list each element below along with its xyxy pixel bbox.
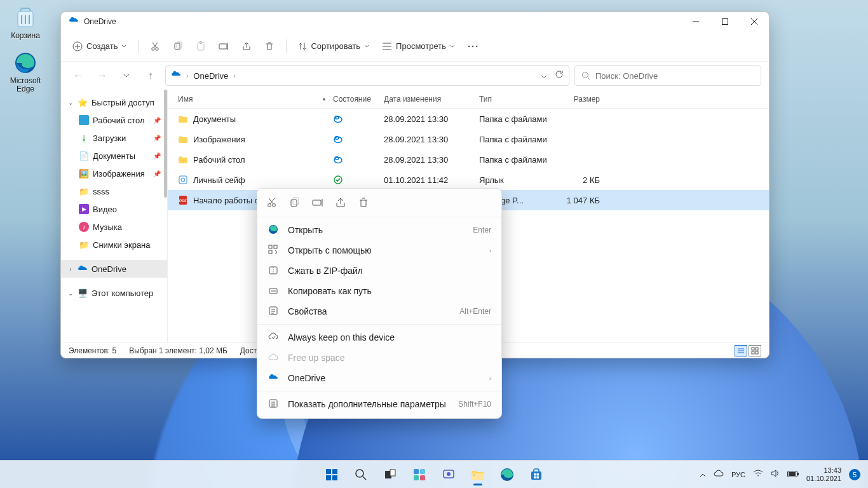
edge-shortcut[interactable]: Microsoft Edge bbox=[5, 51, 46, 93]
copy-button[interactable] bbox=[168, 36, 188, 57]
pin-icon: 📌 bbox=[153, 117, 161, 124]
sidebar-quick-access[interactable]: ⌄⭐Быстрый доступ bbox=[61, 93, 167, 111]
titlebar[interactable]: OneDrive bbox=[61, 12, 769, 31]
pin-icon: 📌 bbox=[153, 135, 161, 142]
refresh-button[interactable] bbox=[555, 70, 564, 81]
zip-icon bbox=[268, 266, 279, 276]
chevron-down-icon[interactable] bbox=[541, 70, 547, 81]
ctx-keep-device[interactable]: Always keep on this device bbox=[257, 327, 501, 348]
minimize-button[interactable] bbox=[681, 12, 710, 31]
edge-label2: Edge bbox=[5, 85, 46, 93]
sidebar-item-video[interactable]: ▶Видео bbox=[61, 200, 167, 218]
status-count: Элементов: 5 bbox=[69, 346, 116, 355]
chevron-right-icon: › bbox=[233, 72, 235, 79]
chevron-right-icon: › bbox=[489, 375, 491, 382]
share-button[interactable] bbox=[236, 36, 257, 57]
new-button[interactable]: Создать bbox=[67, 36, 132, 57]
ctx-onedrive[interactable]: OneDrive› bbox=[257, 368, 501, 388]
ctx-open[interactable]: ОткрытьEnter bbox=[257, 220, 501, 240]
close-button[interactable] bbox=[740, 12, 769, 31]
file-row[interactable]: Личный сейф 01.10.2021 11:42 Ярлык 2 КБ bbox=[168, 170, 769, 190]
svg-point-48 bbox=[356, 470, 363, 477]
sidebar-item-documents[interactable]: 📄Документы📌 bbox=[61, 147, 167, 165]
address-bar[interactable]: › OneDrive › bbox=[165, 65, 569, 86]
ctx-show-more[interactable]: Показать дополнительные параметрыShift+F… bbox=[257, 394, 501, 414]
sidebar-item-desktop[interactable]: Рабочий стол📌 bbox=[61, 111, 167, 129]
delete-button[interactable] bbox=[259, 36, 280, 57]
widgets-button[interactable] bbox=[407, 463, 431, 487]
svg-point-56 bbox=[447, 472, 451, 476]
ctx-copy-path[interactable]: Копировать как путь bbox=[257, 281, 501, 301]
cut-icon[interactable] bbox=[266, 197, 278, 210]
search-box[interactable] bbox=[574, 65, 761, 86]
file-row[interactable]: Рабочий стол 28.09.2021 13:30 Папка с фа… bbox=[168, 149, 769, 170]
task-view-button[interactable] bbox=[378, 463, 402, 487]
language-indicator[interactable]: РУС bbox=[731, 471, 745, 478]
sort-label: Сортировать bbox=[311, 41, 360, 51]
file-row[interactable]: Документы 28.09.2021 13:30 Папка с файла… bbox=[168, 109, 769, 129]
sidebar-this-pc[interactable]: ⌄🖥️Этот компьютер bbox=[61, 284, 167, 302]
share-icon[interactable] bbox=[335, 197, 346, 210]
cloud-icon bbox=[268, 353, 279, 363]
file-name: Личный сейф bbox=[193, 175, 245, 185]
chevron-right-icon: › bbox=[186, 72, 188, 79]
paste-button[interactable] bbox=[191, 36, 211, 57]
onedrive-tray-icon[interactable] bbox=[714, 470, 724, 479]
search-button[interactable] bbox=[349, 463, 373, 487]
chat-button[interactable] bbox=[437, 463, 461, 487]
volume-icon[interactable] bbox=[771, 470, 780, 479]
sidebar-onedrive[interactable]: ›OneDrive bbox=[61, 260, 167, 278]
tray-chevron-icon[interactable] bbox=[700, 470, 706, 479]
svg-rect-27 bbox=[752, 348, 754, 350]
column-headers[interactable]: Имя▲ Состояние Дата изменения Тип Размер bbox=[168, 90, 769, 109]
view-button[interactable]: Просмотреть bbox=[377, 36, 460, 57]
forward-button[interactable]: → bbox=[93, 66, 112, 85]
svg-point-6 bbox=[156, 47, 158, 50]
sync-state-icon bbox=[333, 175, 384, 185]
nav-pane[interactable]: ⌄⭐Быстрый доступ Рабочий стол📌 ⭳Загрузки… bbox=[61, 90, 168, 342]
taskbar[interactable]: РУС 13:4301.10.2021 5 bbox=[0, 460, 868, 488]
cut-button[interactable] bbox=[145, 36, 165, 57]
explorer-button[interactable] bbox=[466, 463, 490, 487]
recycle-bin[interactable]: Корзина bbox=[5, 6, 46, 40]
view-icons-button[interactable] bbox=[749, 345, 761, 356]
more-button[interactable] bbox=[463, 36, 483, 57]
battery-icon[interactable] bbox=[787, 470, 799, 479]
breadcrumb[interactable]: OneDrive bbox=[193, 71, 228, 81]
file-date: 28.09.2021 13:30 bbox=[384, 155, 479, 165]
svg-rect-60 bbox=[531, 471, 541, 480]
svg-point-15 bbox=[583, 72, 588, 78]
clock[interactable]: 13:4301.10.2021 bbox=[806, 466, 841, 483]
back-button[interactable]: ← bbox=[69, 66, 88, 85]
svg-rect-11 bbox=[219, 44, 227, 49]
sidebar-item-music[interactable]: ♪Музыка bbox=[61, 218, 167, 236]
search-input[interactable] bbox=[595, 71, 754, 81]
notification-badge[interactable]: 5 bbox=[849, 469, 860, 480]
rename-icon[interactable] bbox=[312, 197, 323, 210]
delete-icon[interactable] bbox=[358, 197, 369, 210]
edge-button[interactable] bbox=[495, 463, 519, 487]
ctx-zip[interactable]: Сжать в ZIP-файл bbox=[257, 261, 501, 281]
recent-button[interactable] bbox=[117, 66, 136, 85]
sort-button[interactable]: Сортировать bbox=[293, 36, 374, 57]
file-row[interactable]: Изображения 28.09.2021 13:30 Папка с фай… bbox=[168, 129, 769, 149]
view-details-button[interactable] bbox=[735, 345, 747, 356]
system-tray[interactable]: РУС 13:4301.10.2021 5 bbox=[700, 466, 868, 483]
maximize-button[interactable] bbox=[710, 12, 740, 31]
sidebar-item-screenshots[interactable]: 📁Снимки экрана bbox=[61, 236, 167, 254]
rename-button[interactable] bbox=[214, 36, 234, 57]
store-button[interactable] bbox=[524, 463, 548, 487]
sidebar-item-pictures[interactable]: 🖼️Изображения📌 bbox=[61, 165, 167, 182]
ctx-open-with[interactable]: Открыть с помощью› bbox=[257, 240, 501, 261]
copy-icon[interactable] bbox=[289, 197, 301, 210]
folder-icon: 📁 bbox=[79, 186, 89, 196]
ctx-properties[interactable]: СвойстваAlt+Enter bbox=[257, 301, 501, 322]
file-name: Рабочий стол bbox=[193, 155, 245, 165]
wifi-icon[interactable] bbox=[753, 470, 763, 479]
sidebar-item-folder[interactable]: 📁ssss bbox=[61, 182, 167, 200]
up-button[interactable]: ↑ bbox=[141, 66, 160, 85]
svg-rect-53 bbox=[414, 475, 419, 480]
download-icon: ⭳ bbox=[79, 133, 89, 143]
sidebar-item-downloads[interactable]: ⭳Загрузки📌 bbox=[61, 129, 167, 147]
start-button[interactable] bbox=[320, 463, 344, 487]
